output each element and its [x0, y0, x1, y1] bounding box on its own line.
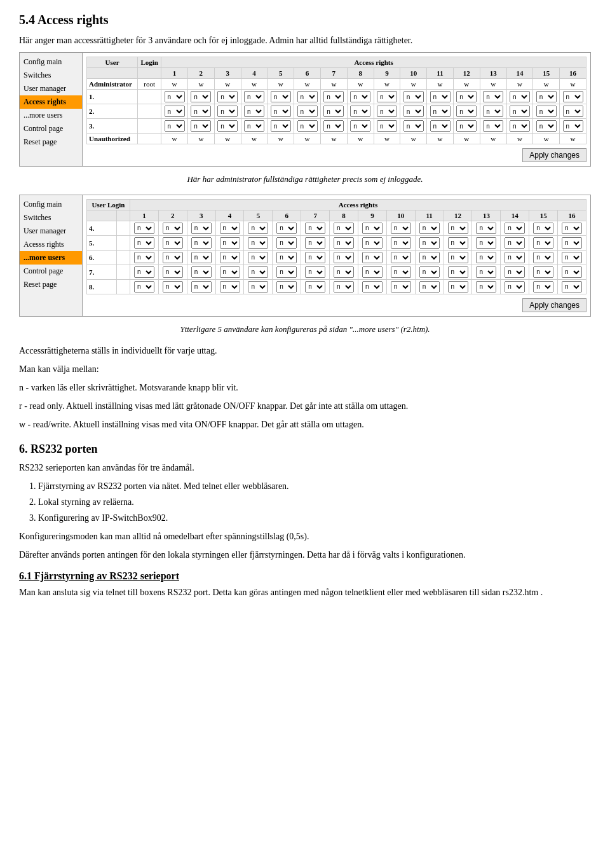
sidebar2-switches[interactable]: Switches: [20, 211, 82, 224]
select-6-1[interactable]: nrw: [134, 252, 154, 263]
select-4-3[interactable]: nrw: [191, 223, 212, 234]
select-2-8[interactable]: nrw: [350, 106, 370, 117]
select-8-1[interactable]: nrw: [134, 281, 154, 293]
select-2-11[interactable]: nrw: [430, 106, 451, 117]
select-8-7[interactable]: nrw: [305, 281, 325, 293]
user-1-s9[interactable]: nrw: [374, 90, 400, 104]
select-8-13[interactable]: nrw: [476, 281, 496, 293]
select-2-5[interactable]: nrw: [271, 106, 291, 117]
select-6-10[interactable]: nrw: [391, 252, 411, 263]
select-3-3[interactable]: nrw: [217, 120, 238, 132]
select-5-9[interactable]: nrw: [362, 237, 383, 249]
user-1-s8[interactable]: nrw: [347, 90, 374, 104]
select-3-5[interactable]: nrw: [271, 120, 291, 132]
select-5-11[interactable]: nrw: [419, 237, 440, 249]
select-5-8[interactable]: nrw: [334, 237, 354, 249]
select-1-3[interactable]: nrw: [217, 91, 238, 102]
select-4-10[interactable]: nrw: [391, 223, 411, 234]
select-6-4[interactable]: nrw: [220, 252, 240, 263]
select-1-9[interactable]: nrw: [377, 91, 397, 102]
select-6-9[interactable]: nrw: [362, 252, 383, 263]
select-6-2[interactable]: nrw: [163, 252, 183, 263]
user-1-s6[interactable]: nrw: [294, 90, 321, 104]
select-8-3[interactable]: nrw: [191, 281, 212, 293]
select-2-12[interactable]: nrw: [456, 106, 477, 117]
select-4-6[interactable]: nrw: [276, 223, 297, 234]
select-2-9[interactable]: nrw: [377, 106, 397, 117]
select-1-8[interactable]: nrw: [350, 91, 370, 102]
select-6-7[interactable]: nrw: [305, 252, 325, 263]
select-4-2[interactable]: nrw: [163, 223, 183, 234]
select-6-8[interactable]: nrw: [334, 252, 354, 263]
user-1-s10[interactable]: nrw: [400, 90, 427, 104]
select-7-10[interactable]: nrw: [391, 266, 411, 278]
select-2-15[interactable]: nrw: [536, 106, 557, 117]
select-6-15[interactable]: nrw: [533, 252, 553, 263]
select-4-9[interactable]: nrw: [362, 223, 383, 234]
apply-changes-button-2[interactable]: Apply changes: [522, 298, 586, 312]
select-2-1[interactable]: nrw: [165, 106, 185, 117]
sidebar1-control-page[interactable]: Control page: [20, 122, 82, 135]
user-1-s3[interactable]: nrw: [214, 90, 241, 104]
user-1-s15[interactable]: nrw: [533, 90, 560, 104]
select-6-3[interactable]: nrw: [191, 252, 212, 263]
select-4-5[interactable]: nrw: [248, 223, 268, 234]
select-8-6[interactable]: nrw: [276, 281, 297, 293]
select-6-14[interactable]: nrw: [505, 252, 525, 263]
sidebar1-reset-page[interactable]: Reset page: [20, 135, 82, 149]
select-7-12[interactable]: nrw: [448, 266, 468, 278]
select-4-14[interactable]: nrw: [505, 223, 525, 234]
select-1-5[interactable]: nrw: [271, 91, 291, 102]
user-1-s14[interactable]: nrw: [506, 90, 533, 104]
select-3-9[interactable]: nrw: [377, 120, 397, 132]
select-1-6[interactable]: nrw: [297, 91, 318, 102]
sidebar1-user-manager[interactable]: User manager: [20, 82, 82, 95]
select-3-7[interactable]: nrw: [323, 120, 344, 132]
select-5-5[interactable]: nrw: [248, 237, 268, 249]
select-1-2[interactable]: nrw: [191, 91, 211, 102]
select-3-8[interactable]: nrw: [350, 120, 370, 132]
select-7-3[interactable]: nrw: [191, 266, 212, 278]
select-1-10[interactable]: nrw: [403, 91, 424, 102]
user-1-s5[interactable]: nrw: [268, 90, 294, 104]
select-8-11[interactable]: nrw: [419, 281, 440, 293]
select-4-16[interactable]: nrw: [562, 223, 582, 234]
select-1-16[interactable]: nrw: [563, 91, 583, 102]
select-7-13[interactable]: nrw: [476, 266, 496, 278]
select-4-13[interactable]: nrw: [476, 223, 496, 234]
select-5-2[interactable]: nrw: [163, 237, 183, 249]
sidebar2-access-rights[interactable]: Acesss rights: [20, 238, 82, 251]
select-8-8[interactable]: nrw: [334, 281, 354, 293]
apply-changes-button-1[interactable]: Apply changes: [522, 148, 586, 162]
user-1-s11[interactable]: nrw: [427, 90, 454, 104]
select-3-13[interactable]: nrw: [483, 120, 503, 132]
select-4-8[interactable]: nrw: [334, 223, 354, 234]
select-5-4[interactable]: nrw: [220, 237, 240, 249]
select-6-11[interactable]: nrw: [419, 252, 440, 263]
select-2-3[interactable]: nrw: [217, 106, 238, 117]
select-7-9[interactable]: nrw: [362, 266, 383, 278]
select-6-5[interactable]: nrw: [248, 252, 268, 263]
select-1-11[interactable]: nrw: [430, 91, 451, 102]
select-1-15[interactable]: nrw: [536, 91, 557, 102]
select-5-1[interactable]: nrw: [134, 237, 154, 249]
select-7-15[interactable]: nrw: [533, 266, 553, 278]
sidebar2-reset-page[interactable]: Reset page: [20, 278, 82, 291]
user-1-s12[interactable]: nrw: [453, 90, 480, 104]
select-3-12[interactable]: nrw: [456, 120, 477, 132]
select-8-2[interactable]: nrw: [163, 281, 183, 293]
select-2-2[interactable]: nrw: [191, 106, 211, 117]
select-7-11[interactable]: nrw: [419, 266, 440, 278]
select-5-7[interactable]: nrw: [305, 237, 325, 249]
sidebar1-more-users[interactable]: ...more users: [20, 109, 82, 122]
select-5-15[interactable]: nrw: [533, 237, 553, 249]
select-7-5[interactable]: nrw: [248, 266, 268, 278]
sidebar2-config-main[interactable]: Config main: [20, 198, 82, 211]
user-1-s2[interactable]: nrw: [187, 90, 214, 104]
select-3-4[interactable]: nrw: [244, 120, 264, 132]
select-7-14[interactable]: nrw: [505, 266, 525, 278]
sidebar2-user-manager[interactable]: User manager: [20, 224, 82, 238]
sidebar1-switches[interactable]: Switches: [20, 69, 82, 82]
select-4-12[interactable]: nrw: [448, 223, 468, 234]
user-1-s13[interactable]: nrw: [480, 90, 506, 104]
